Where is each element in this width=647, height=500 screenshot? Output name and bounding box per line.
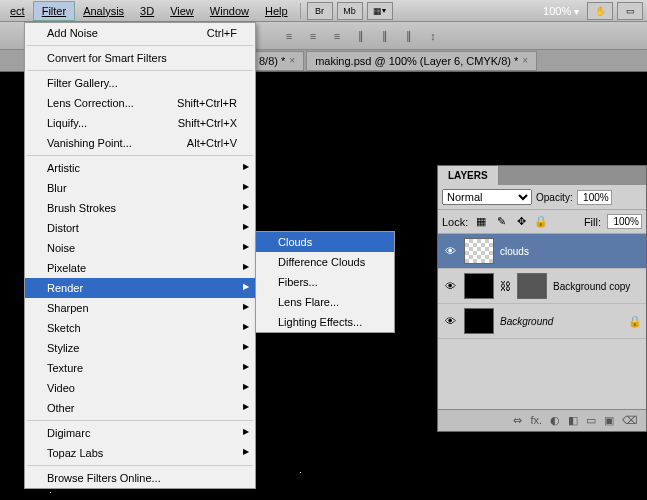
mask-thumbnail[interactable] — [517, 273, 547, 299]
submenu-lighting-effects[interactable]: Lighting Effects... — [256, 312, 394, 332]
menu-browse-filters[interactable]: Browse Filters Online... — [25, 468, 255, 488]
menu-analysis[interactable]: Analysis — [75, 2, 132, 20]
lock-row: Lock: ▦ ✎ ✥ 🔒 Fill: 100% — [438, 210, 646, 234]
layer-clouds[interactable]: 👁 clouds — [438, 234, 646, 269]
panel-tabs: LAYERS — [438, 166, 646, 185]
menu-add-noise[interactable]: Add NoiseCtrl+F — [25, 23, 255, 43]
film-icon[interactable]: ▦▾ — [367, 2, 393, 20]
separator — [27, 70, 253, 71]
menu-distort[interactable]: Distort — [25, 218, 255, 238]
menu-liquify[interactable]: Liquify...Shift+Ctrl+X — [25, 113, 255, 133]
layers-footer: ⇔ fx. ◐ ◧ ▭ ▣ ⌫ — [438, 409, 646, 431]
lock-move-icon[interactable]: ✥ — [514, 215, 528, 229]
new-layer-icon[interactable]: ▣ — [604, 414, 614, 427]
menubar: ect Filter Analysis 3D View Window Help … — [0, 0, 647, 22]
mask-icon[interactable]: ◐ — [550, 414, 560, 427]
layer-thumbnail[interactable] — [464, 273, 494, 299]
menu-render[interactable]: Render — [25, 278, 255, 298]
layer-name[interactable]: Background — [500, 316, 622, 327]
separator — [27, 465, 253, 466]
separator — [27, 45, 253, 46]
tab-doc1[interactable]: 8/8) *× — [250, 51, 304, 71]
layers-empty — [438, 339, 646, 409]
close-icon[interactable]: × — [289, 55, 295, 66]
bridge-icon[interactable]: Br — [307, 2, 333, 20]
menu-3d[interactable]: 3D — [132, 2, 162, 20]
adjustment-icon[interactable]: ◧ — [568, 414, 578, 427]
menu-convert-smart[interactable]: Convert for Smart Filters — [25, 48, 255, 68]
menu-view[interactable]: View — [162, 2, 202, 20]
auto-align-icon[interactable]: ↕ — [424, 27, 442, 45]
separator — [300, 3, 301, 19]
zoom-level[interactable]: 100% ▾ — [543, 5, 579, 17]
submenu-clouds[interactable]: Clouds — [256, 232, 394, 252]
menu-pixelate[interactable]: Pixelate — [25, 258, 255, 278]
menu-vanishing-point[interactable]: Vanishing Point...Alt+Ctrl+V — [25, 133, 255, 153]
menu-texture[interactable]: Texture — [25, 358, 255, 378]
submenu-lens-flare[interactable]: Lens Flare... — [256, 292, 394, 312]
filter-menu: Add NoiseCtrl+F Convert for Smart Filter… — [24, 22, 256, 489]
layer-background-copy[interactable]: 👁 ⛓ Background copy — [438, 269, 646, 304]
fill-label: Fill: — [584, 216, 601, 228]
lock-brush-icon[interactable]: ✎ — [494, 215, 508, 229]
menu-select[interactable]: ect — [2, 2, 33, 20]
menu-blur[interactable]: Blur — [25, 178, 255, 198]
menu-window[interactable]: Window — [202, 2, 257, 20]
opacity-value[interactable]: 100% — [577, 190, 612, 205]
layer-thumbnail[interactable] — [464, 238, 494, 264]
fx-icon[interactable]: fx. — [530, 414, 542, 427]
lock-label: Lock: — [442, 216, 468, 228]
opacity-label: Opacity: — [536, 192, 573, 203]
lock-transparent-icon[interactable]: ▦ — [474, 215, 488, 229]
dist-h-icon[interactable]: ‖ — [352, 27, 370, 45]
layers-panel: LAYERS Normal Opacity: 100% Lock: ▦ ✎ ✥ … — [437, 165, 647, 432]
close-icon[interactable]: × — [522, 55, 528, 66]
menu-digimarc[interactable]: Digimarc — [25, 423, 255, 443]
layer-name[interactable]: clouds — [500, 246, 642, 257]
link-layers-icon[interactable]: ⇔ — [513, 414, 522, 427]
layer-background[interactable]: 👁 Background 🔒 — [438, 304, 646, 339]
visibility-icon[interactable]: 👁 — [442, 280, 458, 292]
blend-mode-select[interactable]: Normal — [442, 189, 532, 205]
minibridge-icon[interactable]: Mb — [337, 2, 363, 20]
menu-sketch[interactable]: Sketch — [25, 318, 255, 338]
render-submenu: Clouds Difference Clouds Fibers... Lens … — [255, 231, 395, 333]
layer-thumbnail[interactable] — [464, 308, 494, 334]
submenu-difference-clouds[interactable]: Difference Clouds — [256, 252, 394, 272]
hand-icon[interactable]: ✋ — [587, 2, 613, 20]
menu-brush-strokes[interactable]: Brush Strokes — [25, 198, 255, 218]
layers-tab[interactable]: LAYERS — [438, 166, 499, 185]
menu-topaz[interactable]: Topaz Labs — [25, 443, 255, 463]
submenu-fibers[interactable]: Fibers... — [256, 272, 394, 292]
align-bot-icon[interactable]: ≡ — [328, 27, 346, 45]
menu-artistic[interactable]: Artistic — [25, 158, 255, 178]
visibility-icon[interactable]: 👁 — [442, 315, 458, 327]
menu-video[interactable]: Video — [25, 378, 255, 398]
align-top-icon[interactable]: ≡ — [280, 27, 298, 45]
separator — [27, 155, 253, 156]
layer-name[interactable]: Background copy — [553, 281, 642, 292]
visibility-icon[interactable]: 👁 — [442, 245, 458, 257]
menu-filter[interactable]: Filter — [33, 1, 75, 21]
lock-all-icon[interactable]: 🔒 — [534, 215, 548, 229]
dist-c-icon[interactable]: ‖ — [400, 27, 418, 45]
link-icon[interactable]: ⛓ — [500, 280, 511, 292]
menu-filter-gallery[interactable]: Filter Gallery... — [25, 73, 255, 93]
menu-lens-correction[interactable]: Lens Correction...Shift+Ctrl+R — [25, 93, 255, 113]
menu-other[interactable]: Other — [25, 398, 255, 418]
menu-stylize[interactable]: Stylize — [25, 338, 255, 358]
menu-noise[interactable]: Noise — [25, 238, 255, 258]
separator — [27, 420, 253, 421]
tab-doc2[interactable]: making.psd @ 100% (Layer 6, CMYK/8) *× — [306, 51, 537, 71]
folder-icon[interactable]: ▭ — [586, 414, 596, 427]
trash-icon[interactable]: ⌫ — [622, 414, 638, 427]
dist-v-icon[interactable]: ‖ — [376, 27, 394, 45]
view-icon[interactable]: ▭ — [617, 2, 643, 20]
menu-sharpen[interactable]: Sharpen — [25, 298, 255, 318]
menu-help[interactable]: Help — [257, 2, 296, 20]
align-mid-icon[interactable]: ≡ — [304, 27, 322, 45]
fill-value[interactable]: 100% — [607, 214, 642, 229]
lock-icon: 🔒 — [628, 315, 642, 328]
blend-row: Normal Opacity: 100% — [438, 185, 646, 210]
